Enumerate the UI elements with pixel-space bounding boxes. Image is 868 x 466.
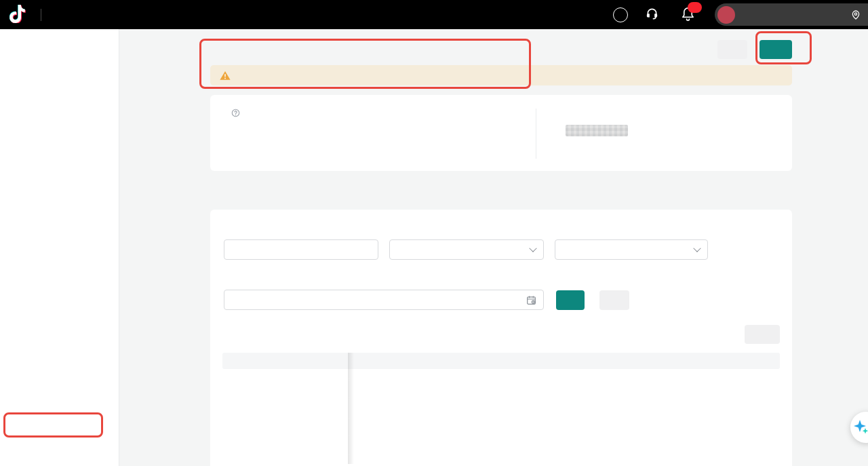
location-pin-icon [850,9,861,20]
warning-icon [220,71,231,81]
export-button[interactable] [745,325,780,344]
search-button[interactable] [556,290,585,310]
main-content [119,29,868,466]
tab-bar [210,186,226,192]
balance-card [210,95,792,171]
header-divider [41,9,41,21]
reset-button[interactable] [599,290,629,310]
sparkle-icon [852,419,868,436]
table-header [222,353,780,369]
insufficient-balance-banner [210,65,792,85]
frozen-column-shadow [348,353,354,464]
sidebar [0,29,119,466]
chevron-down-icon [693,244,701,252]
top-bar [0,0,868,29]
date-range-input[interactable] [224,290,544,310]
account-switcher[interactable] [715,3,868,26]
tiktok-shop-seller-center [0,0,868,466]
order-no-input[interactable] [224,239,378,260]
customer-messages-button[interactable] [646,7,663,22]
redacted-due-amount [566,125,628,136]
chevron-down-icon [529,244,536,252]
order-status-select[interactable] [555,239,708,260]
balance-label [228,109,240,117]
due-amount [564,121,629,139]
calendar-icon[interactable] [526,295,536,305]
balance-divider [536,109,536,159]
notifications-button[interactable] [681,6,697,24]
account-avatar [717,6,735,24]
help-icon[interactable] [613,7,628,22]
tiktok-note-icon [9,5,26,25]
recharge-button[interactable] [760,40,792,59]
filter-table-panel [210,210,792,466]
brand-logo[interactable] [0,5,31,25]
withdraw-button[interactable] [717,40,747,59]
order-type-select[interactable] [389,239,544,260]
notification-badge [688,2,702,13]
balance-info-icon[interactable] [231,109,240,117]
headset-icon [646,7,658,22]
